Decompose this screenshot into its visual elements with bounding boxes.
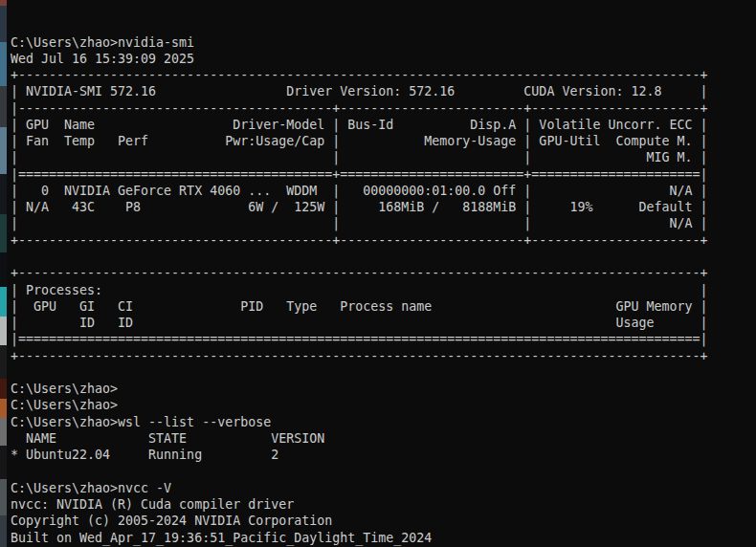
terminal-line (11, 364, 756, 381)
terminal-line (11, 463, 756, 479)
terminal-line: C:\Users\zhao>wsl --list --verbose (11, 414, 756, 430)
terminal-line: | ID ID Usage | (11, 315, 756, 331)
terminal-line: | | | N/A | (11, 215, 756, 231)
terminal-line: C:\Users\zhao> (11, 397, 756, 413)
terminal-line: +---------------------------------------… (11, 67, 756, 83)
terminal-line: C:\Users\zhao>nvcc -V (11, 480, 756, 496)
terminal-line: | NVIDIA-SMI 572.16 Driver Version: 572.… (11, 83, 756, 99)
terminal-line: nvcc: NVIDIA (R) Cuda compiler driver (11, 496, 756, 513)
terminal-line: | GPU Name Driver-Model | Bus-Id Disp.A … (11, 117, 756, 133)
terminal-line: NAME STATE VERSION (11, 430, 756, 447)
command-prompt-terminal[interactable]: C:\Users\zhao>nvidia-smiWed Jul 16 15:39… (7, 0, 756, 547)
terminal-line: | | | MIG M. | (11, 149, 756, 165)
terminal-line: | Processes: | (11, 282, 756, 298)
terminal-line: Wed Jul 16 15:39:09 2025 (11, 51, 756, 67)
terminal-line: |=======================================… (11, 166, 756, 183)
desktop-wallpaper-edge (0, 0, 7, 547)
terminal-output: C:\Users\zhao>nvidia-smiWed Jul 16 15:39… (11, 34, 756, 547)
terminal-line: +---------------------------------------… (11, 348, 756, 364)
terminal-line: | Fan Temp Perf Pwr:Usage/Cap | Memory-U… (11, 133, 756, 149)
terminal-line (11, 249, 756, 265)
terminal-line: |=======================================… (11, 331, 756, 347)
terminal-line: | 0 NVIDIA GeForce RTX 4060 ... WDDM | 0… (11, 183, 756, 199)
terminal-line: +---------------------------------------… (11, 232, 756, 249)
terminal-line: +---------------------------------------… (11, 265, 756, 281)
terminal-line: * Ubuntu22.04 Running 2 (11, 447, 756, 463)
terminal-line: C:\Users\zhao> (11, 381, 756, 397)
terminal-line: | GPU GI CI PID Type Process name GPU Me… (11, 298, 756, 315)
terminal-line: C:\Users\zhao>nvidia-smi (11, 34, 756, 51)
terminal-line: Built on Wed_Apr_17_19:36:51_Pacific_Day… (11, 530, 756, 546)
terminal-line: |---------------------------------------… (11, 100, 756, 117)
terminal-line: Copyright (c) 2005-2024 NVIDIA Corporati… (11, 513, 756, 529)
terminal-line: | N/A 43C P8 6W / 125W | 168MiB / 8188Mi… (11, 199, 756, 215)
